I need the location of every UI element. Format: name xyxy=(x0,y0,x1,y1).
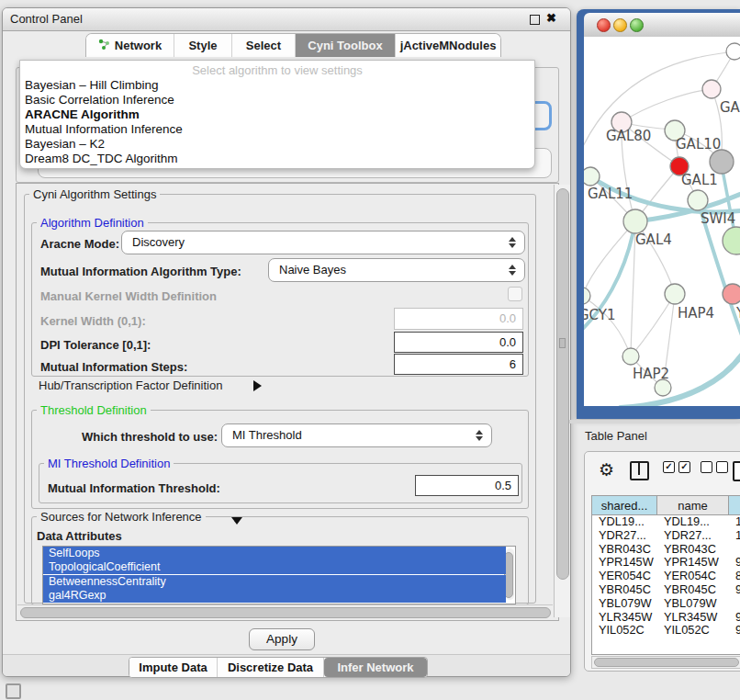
tab-cyni-toolbox[interactable]: Cyni Toolbox xyxy=(296,34,396,57)
data-attributes-label: Data Attributes xyxy=(37,529,122,543)
table-cell: 9. xyxy=(735,583,740,597)
file-icon[interactable] xyxy=(733,461,740,481)
table-row[interactable]: YDR27...YDR27...12 xyxy=(592,529,740,543)
bottom-tab-discretize-data[interactable]: Discretize Data xyxy=(218,658,324,677)
network-node-label: GAL11 xyxy=(588,186,633,202)
zoom-traffic-light[interactable] xyxy=(630,18,644,32)
table-row[interactable]: YER054CYER054C8. xyxy=(592,570,740,583)
network-node-gal4[interactable] xyxy=(623,209,647,233)
table-cell: 9. xyxy=(735,556,740,570)
data-attribute-item[interactable]: SelfLoops xyxy=(43,547,506,560)
table-horizontal-scrollbar[interactable] xyxy=(591,656,740,669)
algorithm-option[interactable]: Bayesian – K2 xyxy=(23,137,530,152)
tab-label: jActiveMNodules xyxy=(400,39,497,52)
network-edge[interactable] xyxy=(622,89,712,122)
mi-type-value: Naive Bayes xyxy=(279,263,346,277)
select-all-icon[interactable]: ✓✓ xyxy=(663,461,690,473)
settings-horizontal-thumb[interactable] xyxy=(20,607,551,618)
table-cell: YPR145W xyxy=(599,556,656,570)
table-row[interactable]: YPR145WYPR145W9. xyxy=(592,556,740,570)
network-node-label: Y xyxy=(735,305,740,322)
algorithm-option[interactable]: Basic Correlation Inference xyxy=(23,93,530,107)
tab-label: Style xyxy=(188,39,217,52)
table-cell: YLR345W xyxy=(599,611,656,625)
table-cell: YDL19... xyxy=(599,515,656,529)
table-row[interactable]: YBL079WYBL079W xyxy=(592,597,740,611)
algorithm-option[interactable]: Dream8 DC_TDC Algorithm xyxy=(23,152,530,166)
minimize-traffic-light[interactable] xyxy=(613,18,627,32)
network-node-gal11[interactable] xyxy=(584,167,600,186)
settings-vertical-scrollbar[interactable] xyxy=(554,185,570,617)
network-node-y[interactable] xyxy=(723,284,740,304)
aracne-mode-combobox[interactable]: Discovery xyxy=(121,231,525,254)
table-cell: 12 xyxy=(735,529,740,543)
deselect-all-icon[interactable] xyxy=(701,461,728,473)
network-window-titlebar[interactable] xyxy=(584,13,740,38)
network-node-swi4[interactable] xyxy=(688,190,708,210)
network-node[interactable] xyxy=(710,150,734,174)
data-attribute-item[interactable]: TopologicalCoefficient xyxy=(43,560,506,574)
network-node[interactable] xyxy=(726,43,740,60)
list-scrollbar-track[interactable] xyxy=(506,548,514,600)
column-layout-icon[interactable] xyxy=(630,461,649,480)
bottom-tab-impute-data[interactable]: Impute Data xyxy=(129,658,218,677)
threshold-definition-title: Threshold Definition xyxy=(37,403,151,417)
hub-definition-label[interactable]: Hub/Transcription Factor Definition xyxy=(39,378,222,392)
close-icon[interactable]: ✖ xyxy=(546,11,556,25)
algorithm-option[interactable]: ARACNE Algorithm xyxy=(23,107,530,122)
table-horizontal-thumb[interactable] xyxy=(594,658,739,667)
algorithm-dropdown-prompt: Select algorithm to view settings xyxy=(20,63,534,77)
table-row[interactable]: YDL19...YDL19...13 xyxy=(592,515,740,529)
tab-style[interactable]: Style xyxy=(174,34,232,57)
network-node-gal[interactable] xyxy=(702,80,721,98)
table-cell: YBL079W xyxy=(599,597,656,611)
mi-steps-field[interactable]: 6 xyxy=(394,354,523,375)
table-row[interactable]: YBR043CYBR043C xyxy=(592,543,740,557)
table-row[interactable]: YLR345WYLR345W9. xyxy=(592,611,740,625)
tab-jactivemnodules[interactable]: jActiveMNodules xyxy=(396,34,500,57)
network-node-hap2[interactable] xyxy=(622,348,639,365)
node-table: shared...name YDL19...YDL19...13YDR27...… xyxy=(591,495,740,655)
dpi-tolerance-field[interactable]: 0.0 xyxy=(394,332,523,353)
which-threshold-combobox[interactable]: MI Threshold xyxy=(221,423,492,447)
float-window-icon[interactable] xyxy=(530,15,540,25)
table-row[interactable]: YBR045CYBR045C9. xyxy=(592,583,740,597)
network-node-hap4[interactable] xyxy=(665,284,685,304)
mi-threshold-field[interactable]: 0.5 xyxy=(415,475,519,496)
tab-select[interactable]: Select xyxy=(232,34,296,57)
network-canvas[interactable]: GALGAL80GAL10GAL1GAL11SWI4GAL4GCY1HAP4YH… xyxy=(584,37,740,406)
panel-divider[interactable] xyxy=(569,420,740,423)
bottom-tab-infer-network[interactable]: Infer Network xyxy=(324,658,427,677)
expand-triangle-icon[interactable] xyxy=(253,378,262,395)
network-node-label: GAL1 xyxy=(681,172,718,188)
settings-vertical-thumb[interactable] xyxy=(556,188,569,580)
network-node[interactable] xyxy=(655,379,671,396)
network-edge[interactable] xyxy=(584,296,631,356)
mi-type-combobox[interactable]: Naive Bayes xyxy=(268,258,525,282)
tab-label: Select xyxy=(246,39,281,52)
table-column-header[interactable]: shared... xyxy=(592,496,657,515)
table-column-header[interactable]: name xyxy=(657,496,729,515)
sources-group-title[interactable]: Sources for Network Inference xyxy=(37,510,206,524)
algorithm-option[interactable]: Bayesian – Hill Climbing xyxy=(23,78,530,93)
close-traffic-light[interactable] xyxy=(597,18,611,32)
settings-gear-icon[interactable]: ⚙ xyxy=(599,461,614,479)
table-cell: YDL19... xyxy=(664,515,721,529)
table-column-header[interactable] xyxy=(729,496,740,515)
tab-network[interactable]: Network xyxy=(86,34,174,57)
table-row[interactable]: YIL052CYIL052C9 xyxy=(592,624,740,638)
minimized-panel-icon[interactable] xyxy=(6,683,21,699)
network-node-label: GAL xyxy=(720,99,740,116)
apply-button[interactable]: Apply xyxy=(249,628,315,650)
data-attribute-item[interactable]: gal4RGexp xyxy=(43,589,506,603)
table-panel-title: Table Panel xyxy=(585,429,647,443)
mi-threshold-label: Mutual Information Threshold: xyxy=(48,481,220,495)
algorithm-option[interactable]: Mutual Information Inference xyxy=(23,122,530,137)
control-panel-titlebar[interactable]: Control Panel ✖ xyxy=(3,8,570,31)
collapse-triangle-icon[interactable] xyxy=(231,512,242,528)
splitter-handle[interactable] xyxy=(559,338,566,348)
data-attribute-item[interactable]: BetweennessCentrality xyxy=(43,575,506,589)
which-threshold-value: MI Threshold xyxy=(232,428,302,442)
settings-horizontal-scrollbar[interactable] xyxy=(17,604,553,619)
network-node[interactable] xyxy=(723,227,740,254)
